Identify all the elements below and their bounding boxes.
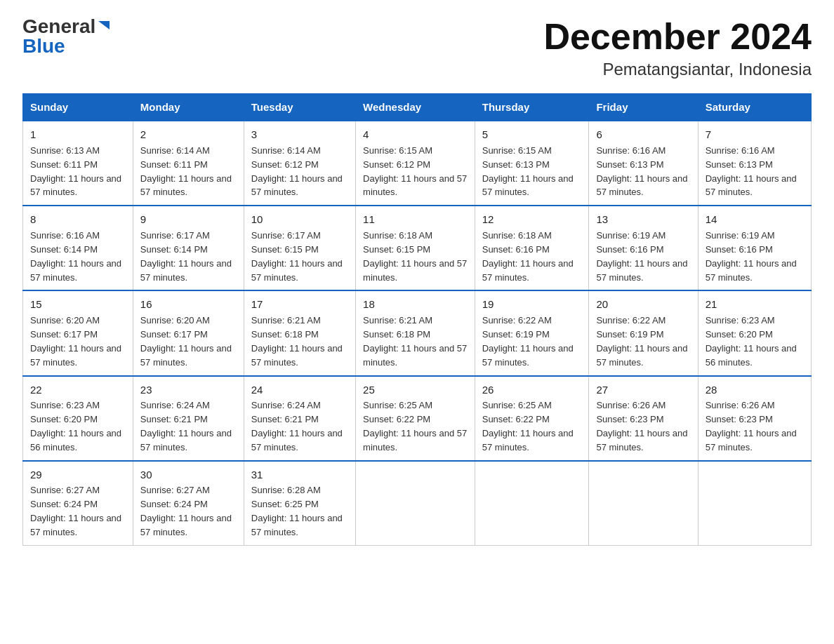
logo-blue-text: Blue [22, 36, 65, 56]
day-info: Sunrise: 6:26 AMSunset: 6:23 PMDaylight:… [596, 400, 687, 452]
day-info: Sunrise: 6:24 AMSunset: 6:21 PMDaylight:… [140, 400, 232, 452]
calendar-cell: 24 Sunrise: 6:24 AMSunset: 6:21 PMDaylig… [244, 376, 355, 461]
day-number: 29 [30, 467, 126, 483]
day-info: Sunrise: 6:24 AMSunset: 6:21 PMDaylight:… [251, 400, 343, 452]
day-info: Sunrise: 6:23 AMSunset: 6:20 PMDaylight:… [30, 400, 121, 452]
day-info: Sunrise: 6:17 AMSunset: 6:15 PMDaylight:… [251, 230, 343, 283]
day-number: 31 [251, 467, 348, 483]
day-number: 11 [363, 212, 468, 227]
calendar-cell [356, 461, 475, 546]
calendar-cell: 15 Sunrise: 6:20 AMSunset: 6:17 PMDaylig… [23, 290, 133, 375]
day-number: 20 [596, 297, 690, 312]
calendar-cell: 30 Sunrise: 6:27 AMSunset: 6:24 PMDaylig… [133, 461, 244, 546]
calendar-cell: 19 Sunrise: 6:22 AMSunset: 6:19 PMDaylig… [475, 290, 589, 375]
calendar-cell: 7 Sunrise: 6:16 AMSunset: 6:13 PMDayligh… [698, 121, 811, 206]
day-number: 15 [30, 297, 126, 312]
day-info: Sunrise: 6:18 AMSunset: 6:15 PMDaylight:… [363, 230, 467, 283]
calendar-cell: 12 Sunrise: 6:18 AMSunset: 6:16 PMDaylig… [475, 206, 589, 290]
calendar-cell: 20 Sunrise: 6:22 AMSunset: 6:19 PMDaylig… [589, 290, 698, 375]
day-number: 6 [596, 127, 690, 142]
day-number: 4 [363, 127, 468, 142]
day-info: Sunrise: 6:25 AMSunset: 6:22 PMDaylight:… [363, 400, 467, 452]
day-number: 21 [706, 297, 804, 312]
day-number: 17 [251, 297, 348, 312]
day-number: 2 [140, 127, 237, 142]
day-info: Sunrise: 6:20 AMSunset: 6:17 PMDaylight:… [140, 315, 232, 368]
day-info: Sunrise: 6:19 AMSunset: 6:16 PMDaylight:… [596, 230, 687, 283]
day-number: 16 [140, 297, 237, 312]
logo: General Blue [22, 17, 112, 56]
day-info: Sunrise: 6:22 AMSunset: 6:19 PMDaylight:… [482, 315, 574, 368]
header-monday: Monday [133, 94, 244, 121]
header-thursday: Thursday [475, 94, 589, 121]
day-number: 30 [140, 467, 237, 483]
calendar-week-5: 29 Sunrise: 6:27 AMSunset: 6:24 PMDaylig… [23, 461, 812, 546]
day-number: 18 [363, 297, 468, 312]
day-number: 14 [706, 212, 804, 227]
day-number: 25 [363, 382, 468, 398]
header-sunday: Sunday [23, 94, 133, 121]
day-info: Sunrise: 6:26 AMSunset: 6:23 PMDaylight:… [706, 400, 797, 452]
day-info: Sunrise: 6:21 AMSunset: 6:18 PMDaylight:… [363, 315, 467, 368]
calendar-week-2: 8 Sunrise: 6:16 AMSunset: 6:14 PMDayligh… [23, 206, 812, 290]
day-info: Sunrise: 6:22 AMSunset: 6:19 PMDaylight:… [596, 315, 687, 368]
day-info: Sunrise: 6:16 AMSunset: 6:13 PMDaylight:… [596, 145, 687, 198]
calendar-cell [589, 461, 698, 546]
day-number: 3 [251, 127, 348, 142]
calendar-week-4: 22 Sunrise: 6:23 AMSunset: 6:20 PMDaylig… [23, 376, 812, 461]
calendar-cell: 25 Sunrise: 6:25 AMSunset: 6:22 PMDaylig… [356, 376, 475, 461]
calendar-week-1: 1 Sunrise: 6:13 AMSunset: 6:11 PMDayligh… [23, 121, 812, 206]
day-info: Sunrise: 6:15 AMSunset: 6:13 PMDaylight:… [482, 145, 574, 198]
header-saturday: Saturday [698, 94, 811, 121]
day-number: 8 [30, 212, 126, 227]
calendar-cell: 16 Sunrise: 6:20 AMSunset: 6:17 PMDaylig… [133, 290, 244, 375]
day-info: Sunrise: 6:25 AMSunset: 6:22 PMDaylight:… [482, 400, 574, 452]
page-header: General Blue December 2024 Pematangsiant… [22, 17, 812, 79]
calendar-cell: 1 Sunrise: 6:13 AMSunset: 6:11 PMDayligh… [23, 121, 133, 206]
svg-marker-0 [98, 21, 110, 29]
day-info: Sunrise: 6:16 AMSunset: 6:14 PMDaylight:… [30, 230, 121, 283]
page-subtitle: Pematangsiantar, Indonesia [543, 60, 812, 79]
day-info: Sunrise: 6:16 AMSunset: 6:13 PMDaylight:… [706, 145, 797, 198]
title-block: December 2024 Pematangsiantar, Indonesia [543, 17, 812, 79]
day-info: Sunrise: 6:28 AMSunset: 6:25 PMDaylight:… [251, 485, 343, 537]
calendar-cell: 14 Sunrise: 6:19 AMSunset: 6:16 PMDaylig… [698, 206, 811, 290]
calendar-cell: 11 Sunrise: 6:18 AMSunset: 6:15 PMDaylig… [356, 206, 475, 290]
header-wednesday: Wednesday [356, 94, 475, 121]
calendar-cell: 28 Sunrise: 6:26 AMSunset: 6:23 PMDaylig… [698, 376, 811, 461]
calendar-cell: 8 Sunrise: 6:16 AMSunset: 6:14 PMDayligh… [23, 206, 133, 290]
day-info: Sunrise: 6:14 AMSunset: 6:11 PMDaylight:… [140, 145, 232, 198]
day-info: Sunrise: 6:17 AMSunset: 6:14 PMDaylight:… [140, 230, 232, 283]
calendar-cell: 27 Sunrise: 6:26 AMSunset: 6:23 PMDaylig… [589, 376, 698, 461]
calendar-cell: 31 Sunrise: 6:28 AMSunset: 6:25 PMDaylig… [244, 461, 355, 546]
calendar-cell: 9 Sunrise: 6:17 AMSunset: 6:14 PMDayligh… [133, 206, 244, 290]
day-number: 1 [30, 127, 126, 142]
calendar-cell: 26 Sunrise: 6:25 AMSunset: 6:22 PMDaylig… [475, 376, 589, 461]
day-number: 23 [140, 382, 237, 398]
day-number: 28 [706, 382, 804, 398]
calendar-header-row: SundayMondayTuesdayWednesdayThursdayFrid… [23, 94, 812, 121]
day-info: Sunrise: 6:13 AMSunset: 6:11 PMDaylight:… [30, 145, 121, 198]
day-info: Sunrise: 6:19 AMSunset: 6:16 PMDaylight:… [706, 230, 797, 283]
calendar-cell: 22 Sunrise: 6:23 AMSunset: 6:20 PMDaylig… [23, 376, 133, 461]
day-number: 12 [482, 212, 582, 227]
calendar-cell: 21 Sunrise: 6:23 AMSunset: 6:20 PMDaylig… [698, 290, 811, 375]
day-number: 24 [251, 382, 348, 398]
calendar-cell: 6 Sunrise: 6:16 AMSunset: 6:13 PMDayligh… [589, 121, 698, 206]
calendar-cell: 18 Sunrise: 6:21 AMSunset: 6:18 PMDaylig… [356, 290, 475, 375]
calendar-cell [475, 461, 589, 546]
day-number: 13 [596, 212, 690, 227]
calendar-week-3: 15 Sunrise: 6:20 AMSunset: 6:17 PMDaylig… [23, 290, 812, 375]
calendar-table: SundayMondayTuesdayWednesdayThursdayFrid… [22, 93, 812, 546]
day-info: Sunrise: 6:20 AMSunset: 6:17 PMDaylight:… [30, 315, 121, 368]
day-info: Sunrise: 6:14 AMSunset: 6:12 PMDaylight:… [251, 145, 343, 198]
day-info: Sunrise: 6:27 AMSunset: 6:24 PMDaylight:… [30, 485, 121, 537]
page-title: December 2024 [543, 17, 812, 57]
calendar-cell: 17 Sunrise: 6:21 AMSunset: 6:18 PMDaylig… [244, 290, 355, 375]
logo-general-text: General [22, 17, 95, 36]
header-friday: Friday [589, 94, 698, 121]
calendar-cell: 13 Sunrise: 6:19 AMSunset: 6:16 PMDaylig… [589, 206, 698, 290]
day-number: 26 [482, 382, 582, 398]
day-number: 7 [706, 127, 804, 142]
day-number: 22 [30, 382, 126, 398]
